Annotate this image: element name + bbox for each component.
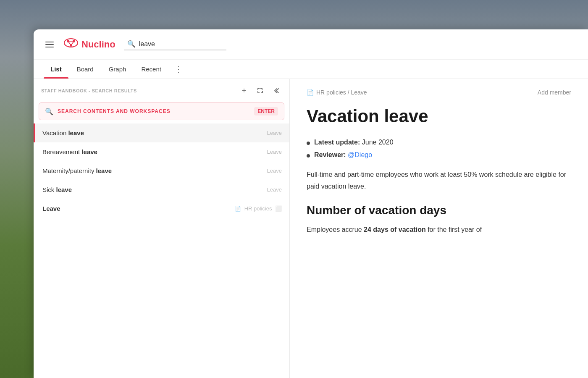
collapse-sidebar-button[interactable] xyxy=(270,85,282,97)
body-layout: STAFF HANDBOOK - SEARCH RESULTS + 🔍 xyxy=(34,79,588,378)
add-member-button[interactable]: Add member xyxy=(538,89,571,96)
search-icon: 🔍 xyxy=(127,40,136,48)
content-panel: 📄 HR policies / Leave Add member Vacatio… xyxy=(290,79,588,378)
result-text-leave: Leave xyxy=(42,205,235,212)
list-item-reviewer: Reviewer: @Diego xyxy=(307,151,571,159)
content-body-text-2: Employees accrue 24 days of vacation for… xyxy=(307,224,571,235)
bullet-icon-2 xyxy=(307,154,310,158)
page-title: Vacation leave xyxy=(307,106,571,127)
nav-more-button[interactable]: ⋮ xyxy=(170,61,187,77)
breadcrumb-doc-icon: 📄 xyxy=(307,89,314,96)
logo[interactable]: Nuclino xyxy=(64,37,116,52)
tab-list[interactable]: List xyxy=(44,60,68,79)
result-text-bereavement-leave: Bereavement leave xyxy=(42,148,267,155)
result-text-maternity-leave: Maternity/paternity leave xyxy=(42,167,267,174)
reviewer-label: Reviewer: @Diego xyxy=(314,151,372,159)
section-title-vacation-days: Number of vacation days xyxy=(307,204,571,217)
reviewer-link[interactable]: @Diego xyxy=(348,151,372,158)
logo-text: Nuclino xyxy=(81,39,116,50)
result-tag-sick-leave: Leave xyxy=(267,186,282,193)
result-item-bereavement-leave[interactable]: Bereavement leave Leave xyxy=(34,142,289,161)
svg-line-5 xyxy=(68,41,71,45)
tab-graph[interactable]: Graph xyxy=(102,60,133,79)
sidebar-search-icon: 🔍 xyxy=(45,108,53,116)
tab-recent[interactable]: Recent xyxy=(134,60,168,79)
search-results-list: Vacation leave Leave Bereavement leave L… xyxy=(34,123,289,378)
search-contents-bar[interactable]: 🔍 SEARCH CONTENTS AND WORKSPACES ENTER xyxy=(39,102,284,120)
logo-icon xyxy=(64,37,78,52)
result-item-maternity-leave[interactable]: Maternity/paternity leave Leave xyxy=(34,161,289,180)
breadcrumb-path: HR policies / Leave xyxy=(316,89,367,96)
nav-tabs: List Board Graph Recent ⋮ xyxy=(34,60,588,79)
sidebar-header: STAFF HANDBOOK - SEARCH RESULTS + xyxy=(34,79,289,102)
result-text-sick-leave: Sick leave xyxy=(42,186,267,193)
breadcrumb: 📄 HR policies / Leave Add member xyxy=(307,89,571,96)
hamburger-menu-icon[interactable] xyxy=(44,40,55,49)
result-text-vacation-leave: Vacation leave xyxy=(42,129,267,136)
result-tag-bereavement-leave: Leave xyxy=(267,149,282,155)
result-tag-doc-icon: 📄 xyxy=(235,206,241,212)
list-item-latest-update: Latest update: June 2020 xyxy=(307,139,571,146)
latest-update-label: Latest update: June 2020 xyxy=(314,139,394,146)
main-panel: Nuclino 🔍 List Board Graph Recent ⋮ STAF… xyxy=(34,29,588,378)
sidebar-search-text: SEARCH CONTENTS AND WORKSPACES xyxy=(58,108,250,114)
bullet-icon xyxy=(307,142,310,145)
result-item-leave[interactable]: Leave 📄 HR policies ⬜ xyxy=(34,199,289,218)
result-tag-vacation-leave: Leave xyxy=(267,130,282,136)
vacation-days-bold: 24 days of vacation xyxy=(364,226,426,233)
result-tag-leave: 📄 HR policies ⬜ xyxy=(235,205,282,212)
content-metadata-list: Latest update: June 2020 Reviewer: @Dieg… xyxy=(307,139,571,159)
tab-board[interactable]: Board xyxy=(70,60,100,79)
svg-line-6 xyxy=(71,41,74,45)
enter-badge: ENTER xyxy=(254,107,278,116)
search-container[interactable]: 🔍 xyxy=(124,38,226,50)
header: Nuclino 🔍 xyxy=(34,29,588,60)
result-item-vacation-leave[interactable]: Vacation leave Leave xyxy=(34,123,289,142)
search-input[interactable] xyxy=(139,40,223,48)
result-item-sick-leave[interactable]: Sick leave Leave xyxy=(34,180,289,199)
result-tag-copy-icon: ⬜ xyxy=(275,205,282,212)
content-body-text: Full-time and part-time employees who wo… xyxy=(307,169,571,192)
sidebar: STAFF HANDBOOK - SEARCH RESULTS + 🔍 xyxy=(34,79,290,378)
expand-button[interactable] xyxy=(254,85,266,97)
result-tag-maternity-leave: Leave xyxy=(267,168,282,174)
sidebar-title: STAFF HANDBOOK - SEARCH RESULTS xyxy=(41,88,234,93)
add-item-button[interactable]: + xyxy=(238,85,250,97)
